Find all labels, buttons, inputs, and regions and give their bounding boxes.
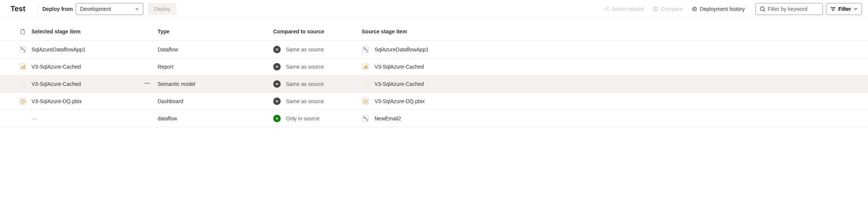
compare-text: Same as source: [286, 98, 324, 104]
search-box[interactable]: [755, 3, 823, 15]
source-name: NewEmail2: [375, 116, 401, 122]
chevron-down-icon: [135, 7, 139, 11]
filter-label: Filter: [838, 6, 851, 12]
item-type: Dashboard: [158, 98, 273, 104]
select-related-button: Select related: [599, 4, 648, 14]
table-header: Selected stage item Type Compared to sou…: [0, 18, 868, 41]
filter-lines-icon: [830, 6, 836, 12]
deploy-button[interactable]: Deploy: [148, 3, 176, 15]
table-row[interactable]: V3-SqlAzure-CachedSemantic modelSame as …: [0, 75, 868, 93]
table-row[interactable]: SqlAzureDataflowApp1DataflowSame as sour…: [0, 41, 868, 58]
source-name: V3-SqlAzure-Cached: [375, 81, 424, 87]
deployment-history-button[interactable]: Deployment history: [687, 4, 749, 14]
search-icon: [760, 6, 766, 12]
report-icon: [19, 63, 27, 70]
divider: [38, 4, 38, 14]
dashboard-icon: [19, 98, 27, 105]
dashboard-icon: [362, 98, 369, 105]
semantic-icon: [19, 80, 27, 88]
item-name: V3-SqlAzure-Cached: [32, 64, 81, 70]
deploy-from-label: Deploy from: [42, 6, 73, 12]
semantic-icon: [362, 80, 369, 88]
item-type: Report: [158, 64, 273, 70]
source-name: V3-SqlAzure-Cached: [375, 64, 424, 70]
page-title: Test: [11, 4, 26, 13]
more-icon[interactable]: [144, 80, 150, 86]
dataflow-icon: [362, 115, 369, 122]
compare-text: Same as source: [286, 81, 324, 87]
equals-badge-icon: [273, 63, 281, 70]
select-related-label: Select related: [612, 6, 644, 12]
compare-button: Compare: [648, 4, 687, 14]
item-type: dataflow: [158, 116, 273, 122]
plus-badge-icon: [273, 115, 281, 122]
search-input[interactable]: [768, 6, 819, 12]
column-compared[interactable]: Compared to source: [273, 28, 362, 34]
source-name: V3-SqlAzure-DQ.pbix: [375, 98, 425, 104]
file-icon: [20, 28, 26, 34]
equals-badge-icon: [273, 46, 281, 53]
report-icon: [362, 63, 369, 70]
history-icon: [692, 6, 698, 12]
column-selected-stage[interactable]: Selected stage item: [32, 28, 158, 34]
share-nodes-icon: [603, 6, 609, 12]
dataflow-icon: [362, 46, 369, 53]
table-row[interactable]: V3-SqlAzure-CachedReportSame as sourceV3…: [0, 58, 868, 75]
column-source-stage[interactable]: Source stage item: [362, 28, 407, 34]
item-name: V3-SqlAzure-Cached: [32, 81, 81, 87]
compare-panes-icon: [653, 6, 659, 12]
item-name: —: [32, 116, 37, 122]
item-type: Dataflow: [158, 46, 273, 52]
toolbar: Test Deploy from Development Deploy Sele…: [0, 0, 868, 18]
item-name: SqlAzureDataflowApp1: [32, 46, 86, 52]
source-name: SqlAzureDataflowApp1: [375, 46, 429, 52]
equals-badge-icon: [273, 98, 281, 105]
item-name: V3-SqlAzure-DQ.pbix: [32, 98, 82, 104]
compare-text: Same as source: [286, 46, 324, 52]
compare-label: Compare: [661, 6, 683, 12]
deploy-from-dropdown[interactable]: Development: [76, 3, 143, 15]
table-row[interactable]: V3-SqlAzure-DQ.pbixDashboardSame as sour…: [0, 93, 868, 110]
deployment-history-label: Deployment history: [700, 6, 745, 12]
compare-text: Only in source: [286, 116, 319, 122]
column-type[interactable]: Type: [158, 28, 273, 34]
compare-text: Same as source: [286, 64, 324, 70]
item-type: Semantic model: [158, 81, 273, 87]
equals-badge-icon: [273, 80, 281, 88]
chevron-down-icon: [853, 7, 858, 11]
dataflow-icon: [19, 46, 27, 53]
table-row[interactable]: —dataflowOnly in sourceNewEmail2: [0, 110, 868, 127]
filter-button[interactable]: Filter: [826, 3, 862, 15]
items-table: Selected stage item Type Compared to sou…: [0, 18, 868, 127]
deploy-from-value: Development: [80, 6, 111, 12]
